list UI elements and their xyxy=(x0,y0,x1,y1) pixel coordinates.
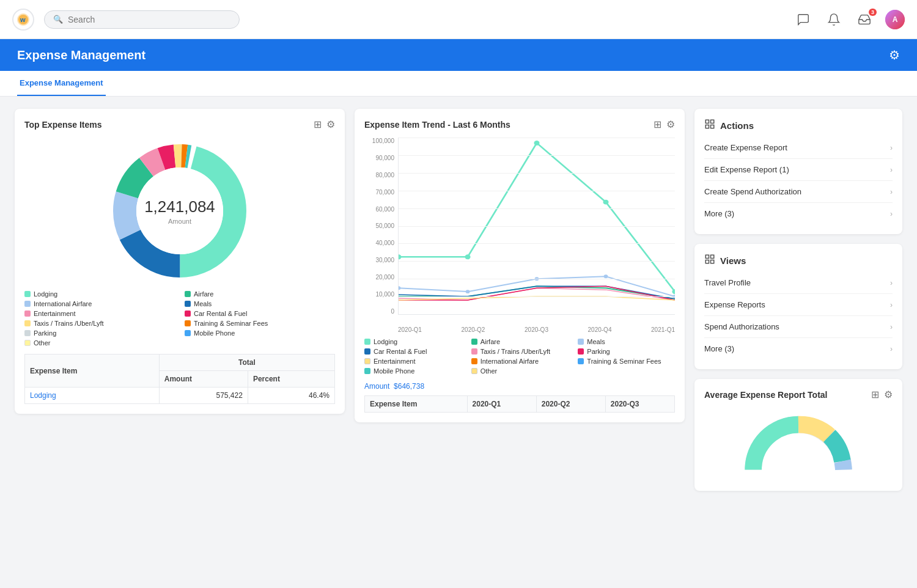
legend-meals: Meals xyxy=(185,300,335,307)
dot-lodging-q4 xyxy=(603,200,608,205)
legend-taxis: Taxis / Trains /Uber/Lyft xyxy=(24,320,175,327)
legend-intl-airfare: International Airfare xyxy=(24,300,175,307)
card-header-trend: Expense Item Trend - Last 6 Months ⊞ ⚙ xyxy=(364,119,675,130)
header-settings-icon[interactable]: ⚙ xyxy=(889,48,900,62)
chevron-travel: › xyxy=(890,279,893,287)
svg-rect-16 xyxy=(711,255,714,258)
trend-legend-car: Car Rental & Fuel xyxy=(364,348,462,355)
workday-logo[interactable]: w xyxy=(12,9,34,31)
legend-dot-intl-airfare xyxy=(24,301,31,307)
tab-expense-management[interactable]: Expense Management xyxy=(17,71,106,96)
legend-label-meals: Meals xyxy=(194,300,212,307)
trend-legend-mobile: Mobile Phone xyxy=(364,367,462,375)
trend-th-q1: 2020-Q1 xyxy=(467,396,536,413)
x-label-2020q2: 2020-Q2 xyxy=(462,326,485,333)
grid-line-70k xyxy=(399,191,675,191)
grid-line-60k xyxy=(399,208,675,209)
legend-car-rental: Car Rental & Fuel xyxy=(185,310,335,317)
search-box[interactable]: 🔍 xyxy=(44,10,240,29)
actions-card: Actions Create Expense Report › Edit Exp… xyxy=(694,109,902,234)
actions-title: Actions xyxy=(720,120,754,131)
trend-dot-other xyxy=(471,368,477,374)
legend-dot-entertainment xyxy=(24,311,31,317)
top-expense-items-card: Top Expense Items ⊞ ⚙ xyxy=(15,109,345,414)
chat-icon-button[interactable] xyxy=(794,10,813,29)
view-expense-reports[interactable]: Expense Reports › xyxy=(704,294,893,316)
settings-icon[interactable]: ⚙ xyxy=(326,119,335,130)
view-label-travel: Travel Profile xyxy=(704,278,751,287)
trend-legend-intl-airfare: International Airfare xyxy=(471,358,569,365)
legend-dot-mobile xyxy=(185,330,191,336)
dot-meals-q2 xyxy=(466,290,470,293)
trend-label-meals: Meals xyxy=(587,338,605,345)
legend-label-mobile: Mobile Phone xyxy=(194,329,235,337)
expense-item-lodging[interactable]: Lodging xyxy=(25,388,160,404)
trend-dot-entertainment xyxy=(364,358,370,364)
legend-dot-lodging xyxy=(24,291,31,297)
action-create-expense[interactable]: Create Expense Report › xyxy=(704,137,893,159)
view-spend-authorizations[interactable]: Spend Authorizations › xyxy=(704,316,893,338)
grid-line-30k xyxy=(399,261,675,262)
user-avatar[interactable]: A xyxy=(885,10,905,29)
trend-legend-airfare: Airfare xyxy=(471,338,569,345)
legend-airfare: Airfare xyxy=(185,290,335,298)
dot-lodging-q3 xyxy=(534,141,539,145)
legend-dot-car-rental xyxy=(185,311,191,317)
amount-label: Amount xyxy=(364,382,389,391)
action-label-edit-expense: Edit Expense Report (1) xyxy=(704,165,789,174)
view-travel-profile[interactable]: Travel Profile › xyxy=(704,272,893,294)
legend-lodging: Lodging xyxy=(24,290,175,298)
legend-dot-training xyxy=(185,320,191,326)
chart-plot xyxy=(398,138,675,315)
trend-dot-taxis xyxy=(471,348,477,355)
search-input[interactable] xyxy=(68,15,230,24)
settings-icon-avg[interactable]: ⚙ xyxy=(884,389,893,400)
trend-dot-parking xyxy=(578,348,584,355)
y-label-70k: 70,000 xyxy=(364,189,394,196)
svg-rect-15 xyxy=(705,255,709,258)
action-create-auth[interactable]: Create Spend Authorization › xyxy=(704,181,893,203)
filter-icon-avg[interactable]: ⊞ xyxy=(871,389,879,400)
inbox-icon-button[interactable]: 3 xyxy=(855,10,874,29)
legend-dot-meals xyxy=(185,301,191,307)
inbox-badge: 3 xyxy=(869,9,877,16)
trend-dot-intl-airfare xyxy=(471,358,477,364)
card-actions-trend: ⊞ ⚙ xyxy=(654,119,675,130)
trend-label-airfare: Airfare xyxy=(481,338,500,345)
donut-center: 1,241,084 Amount xyxy=(144,197,215,225)
trend-label-training: Training & Seminar Fees xyxy=(587,358,661,365)
avg-donut-svg xyxy=(737,408,860,481)
y-label-90k: 90,000 xyxy=(364,155,394,161)
bell-icon-button[interactable] xyxy=(824,10,844,29)
chevron-expense-reports: › xyxy=(890,301,893,309)
views-icon xyxy=(704,254,715,267)
trend-label-other: Other xyxy=(481,367,498,375)
main-content: Top Expense Items ⊞ ⚙ xyxy=(0,97,917,503)
th-expense-item: Expense Item xyxy=(25,355,160,388)
filter-icon[interactable]: ⊞ xyxy=(314,119,322,130)
action-more-actions[interactable]: More (3) › xyxy=(704,203,893,224)
filter-icon-trend[interactable]: ⊞ xyxy=(654,119,661,130)
chevron-create-auth: › xyxy=(890,188,893,196)
chevron-spend-auth: › xyxy=(890,323,893,331)
view-more[interactable]: More (3) › xyxy=(704,338,893,359)
legend-label-lodging: Lodging xyxy=(34,290,57,298)
view-label-expense-reports: Expense Reports xyxy=(704,300,765,309)
trend-label-intl-airfare: International Airfare xyxy=(481,358,539,365)
legend-label-intl-airfare: International Airfare xyxy=(34,300,92,307)
grid-line-10k xyxy=(399,296,675,297)
trend-label-car: Car Rental & Fuel xyxy=(374,348,427,355)
legend-label-airfare: Airfare xyxy=(194,290,213,298)
legend-other: Other xyxy=(24,339,175,347)
top-navigation: w 🔍 3 A xyxy=(0,0,917,39)
trend-legend: Lodging Airfare Meals Car Rental & Fuel … xyxy=(364,338,675,375)
legend-label-other: Other xyxy=(34,339,51,347)
top-expense-title: Top Expense Items xyxy=(24,120,102,130)
trend-legend-meals: Meals xyxy=(578,338,675,345)
trend-table: Expense Item 2020-Q1 2020-Q2 2020-Q3 xyxy=(364,395,675,413)
settings-icon-trend[interactable]: ⚙ xyxy=(666,119,675,130)
legend-parking: Parking xyxy=(24,329,175,337)
x-axis-labels: 2020-Q1 2020-Q2 2020-Q3 2020-Q4 2021-Q1 xyxy=(398,324,675,333)
action-edit-expense[interactable]: Edit Expense Report (1) › xyxy=(704,159,893,181)
th-amount: Amount xyxy=(159,371,248,388)
